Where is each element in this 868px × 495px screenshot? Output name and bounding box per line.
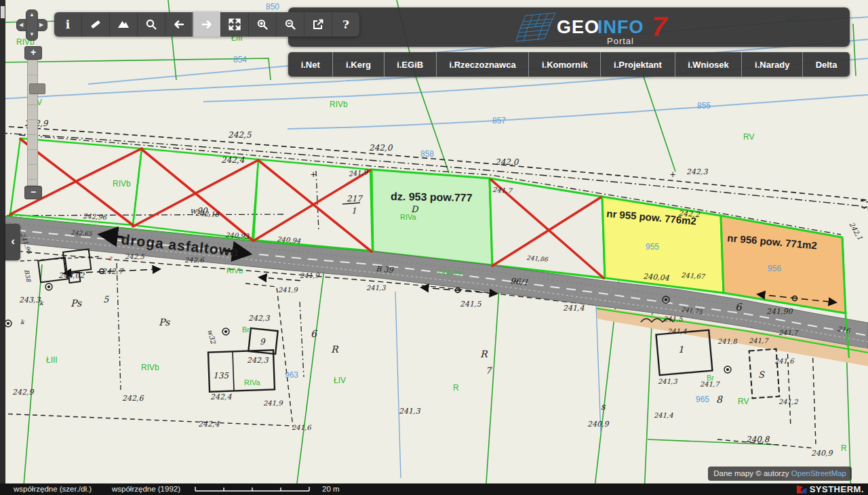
map-label: 242,3 [248, 314, 270, 323]
menu-item-inet[interactable]: i.Net [288, 52, 332, 77]
map-label: 242,6 [122, 394, 144, 403]
map-label: 242,0 [369, 143, 393, 153]
map-label: dz. 953 pow.777 [391, 191, 473, 203]
systherm-brand-text: SYSTHERM. [810, 484, 864, 494]
logo-mesh-icon [513, 12, 561, 44]
map-label: 243,02 [58, 271, 85, 280]
info-button[interactable]: i [54, 12, 82, 37]
zoom-in-button[interactable] [249, 12, 277, 37]
map-label: RIVb [226, 266, 243, 275]
coords-geographic-label[interactable]: współrzędne (szer./dł.) [14, 484, 92, 494]
map-label: 965 [696, 395, 709, 404]
map-label: R [480, 349, 488, 359]
map-label: 241,9 [278, 286, 298, 294]
map-label: 242,4 [210, 393, 232, 401]
map-label: 850 [266, 2, 279, 12]
scale-bar [195, 485, 315, 494]
map-label: 243,3 [19, 296, 41, 304]
map-label: 857 [492, 116, 506, 125]
header-panel: GEO INFO 7 Portal [288, 7, 850, 47]
left-edge-strip [0, 0, 5, 483]
map-label: 241,4 [667, 328, 687, 335]
map-label: 241,4 [654, 412, 673, 419]
map-label: 241,6 [774, 357, 795, 365]
expand-icon [228, 18, 241, 31]
map-label: 242,4 [198, 420, 220, 429]
map-label: Ps [71, 298, 82, 309]
full-extent-button[interactable] [221, 12, 249, 37]
zoom-out-slider-button[interactable]: − [24, 186, 42, 199]
panel-collapse-button[interactable]: ‹ [5, 224, 20, 260]
map-label: S [758, 370, 765, 380]
map-label: 241,90 [766, 307, 793, 316]
help-button[interactable]: ? [332, 12, 359, 37]
zoom-slider-handle[interactable] [29, 83, 45, 94]
zoom-in-slider-button[interactable]: + [24, 46, 42, 60]
pan-right-icon[interactable]: ▶ [39, 22, 43, 28]
logo-text-info: INFO [597, 17, 644, 38]
menu-item-inarady[interactable]: i.Narady [741, 52, 802, 77]
arrow-left-icon [172, 18, 186, 31]
map-label: 242,3 [247, 356, 269, 365]
search-button[interactable] [138, 12, 165, 37]
info-icon: i [66, 18, 70, 31]
geoinfo-portal-app: 850854848855857858963965955956RIVbŁIIIŁI… [0, 0, 868, 495]
map-label: 241,5 [460, 300, 481, 309]
logo-text-geo: GEO [557, 17, 599, 38]
arrow-right-icon [200, 18, 214, 31]
map-label: RIVa [244, 378, 261, 387]
measure-area-button[interactable] [110, 12, 138, 37]
map-label: 242,7 [102, 267, 124, 276]
map-label: 242,9 [12, 388, 34, 397]
map-label: + [670, 169, 675, 180]
menu-item-iwniosek[interactable]: i.Wniosek [675, 52, 742, 77]
map-label: 217 [347, 194, 363, 203]
logo-text-portal: Portal [607, 36, 634, 46]
map-label: 241,8 [717, 338, 738, 345]
menu-item-irzeczoznawca[interactable]: i.Rzeczoznawca [436, 52, 529, 77]
previous-view-button[interactable] [165, 12, 193, 37]
map-label: 242,96 [83, 212, 108, 221]
pan-control[interactable]: ▲ ▼ ◀ ▶ [16, 9, 47, 41]
pan-down-icon[interactable]: ▼ [29, 32, 35, 37]
menu-item-iegib[interactable]: i.EGiB [384, 52, 436, 77]
map-label: 858 [420, 149, 434, 159]
map-label: 6 [311, 328, 317, 339]
menu-item-ikerg[interactable]: i.Kerg [332, 52, 383, 77]
openstreetmap-link[interactable]: OpenStreetMap [791, 469, 846, 477]
map-label: ŁIV [334, 376, 346, 385]
map-label: 241,6 [292, 424, 312, 431]
parcel-953[interactable] [372, 170, 492, 265]
map-label: 241,4 [563, 304, 585, 313]
next-view-button[interactable] [193, 12, 221, 37]
menu-item-ikomornik[interactable]: i.Komornik [528, 52, 600, 77]
map-label: 96/1 [510, 276, 529, 288]
coords-1992-label[interactable]: współrzędne (1992) [112, 484, 180, 494]
map-toolbar: i ? [54, 12, 359, 37]
share-button[interactable] [304, 12, 332, 37]
map-label: 6 [735, 301, 743, 313]
search-icon [144, 18, 158, 31]
menu-item-iprojektant[interactable]: i.Projektant [600, 52, 674, 77]
mountain-icon [117, 18, 130, 31]
share-icon [311, 18, 325, 31]
map-label: 242,6 [184, 256, 205, 264]
map-label: 242,0 [495, 157, 519, 167]
map-label: 135 [213, 371, 229, 380]
map-label: 241,3 [366, 284, 386, 292]
map-label: 955 [646, 242, 659, 252]
map-label: B 39 [376, 264, 395, 275]
map-label: 241,5 [663, 315, 683, 323]
zoom-out-button[interactable] [277, 12, 304, 37]
pan-left-icon[interactable]: ◀ [19, 22, 23, 28]
measure-length-button[interactable] [82, 12, 110, 37]
main-menu: i.Net i.Kerg i.EGiB i.Rzeczoznawca i.Kom… [288, 52, 850, 77]
map-label: 242,18 [195, 210, 220, 218]
zoom-in-icon [256, 18, 269, 31]
zoom-out-icon [283, 18, 297, 31]
menu-item-delta[interactable]: Delta [802, 52, 850, 77]
map-label: RV [743, 132, 754, 142]
map-label: 241,9 [300, 272, 320, 279]
pan-up-icon[interactable]: ▲ [29, 12, 35, 18]
zoom-slider-track[interactable] [27, 60, 38, 186]
